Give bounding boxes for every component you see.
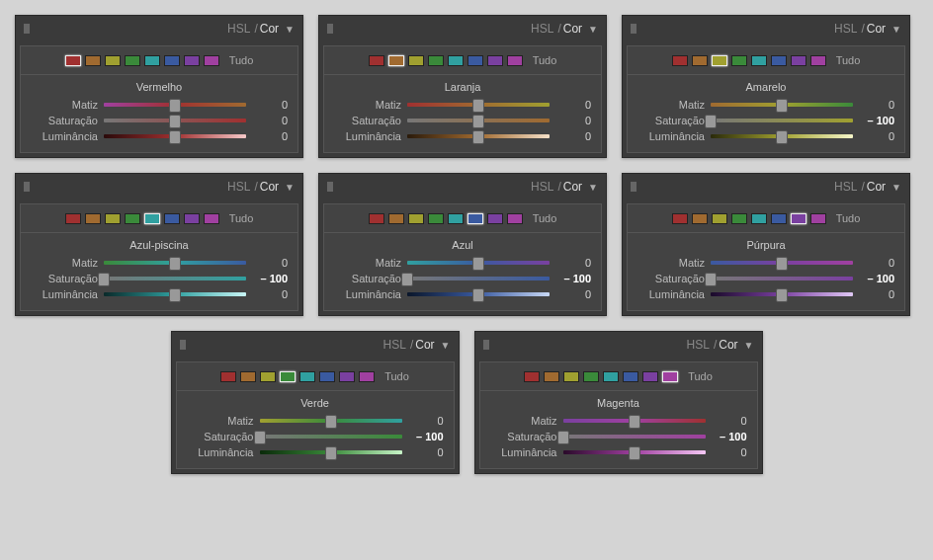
slider-value-luminancia[interactable]: 0 [408, 446, 444, 458]
color-swatch-5[interactable] [164, 213, 180, 224]
header-hsl[interactable]: HSL [383, 338, 406, 352]
slider-value-matiz[interactable]: 0 [252, 257, 288, 269]
slider-knob-saturacao[interactable] [705, 115, 717, 128]
color-swatch-1[interactable] [240, 371, 256, 382]
tudo-link[interactable]: Tudo [836, 54, 861, 66]
slider-knob-luminancia[interactable] [776, 288, 788, 302]
color-swatch-2[interactable] [712, 213, 727, 224]
tudo-link[interactable]: Tudo [533, 54, 557, 66]
color-swatch-2[interactable] [105, 55, 121, 66]
color-swatch-1[interactable] [544, 371, 559, 382]
chevron-down-icon[interactable]: ▼ [891, 182, 901, 193]
slider-value-luminancia[interactable]: 0 [555, 130, 591, 142]
panel-toggle-icon[interactable] [327, 182, 333, 192]
header-hsl[interactable]: HSL [227, 180, 250, 194]
color-swatch-0[interactable] [65, 213, 81, 224]
slider-track-luminancia[interactable] [407, 292, 550, 296]
panel-toggle-icon[interactable] [631, 24, 636, 34]
color-swatch-6[interactable] [642, 371, 658, 382]
chevron-down-icon[interactable]: ▼ [441, 340, 451, 351]
chevron-down-icon[interactable]: ▼ [285, 182, 295, 193]
slider-knob-matiz[interactable] [169, 257, 181, 271]
color-swatch-0[interactable] [369, 55, 384, 66]
color-swatch-3[interactable] [583, 371, 599, 382]
color-swatch-4[interactable] [448, 55, 464, 66]
slider-track-matiz[interactable] [104, 103, 246, 107]
panel-toggle-icon[interactable] [327, 24, 333, 34]
color-swatch-0[interactable] [672, 55, 688, 66]
slider-track-saturacao[interactable] [260, 435, 402, 439]
color-swatch-5[interactable] [623, 371, 638, 382]
header-cor[interactable]: Cor [719, 338, 737, 352]
color-swatch-0[interactable] [220, 371, 236, 382]
slider-track-saturacao[interactable] [407, 119, 550, 122]
color-swatch-3[interactable] [280, 371, 296, 382]
color-swatch-5[interactable] [319, 371, 335, 382]
color-swatch-0[interactable] [672, 213, 688, 224]
color-swatch-2[interactable] [105, 213, 121, 224]
slider-knob-saturacao[interactable] [401, 273, 413, 286]
color-swatch-2[interactable] [408, 213, 424, 224]
color-swatch-3[interactable] [731, 55, 747, 66]
color-swatch-3[interactable] [125, 55, 140, 66]
slider-value-saturacao[interactable]: 0 [252, 115, 288, 126]
header-cor[interactable]: Cor [867, 180, 886, 194]
color-swatch-7[interactable] [810, 55, 826, 66]
slider-knob-luminancia[interactable] [169, 130, 181, 144]
slider-value-luminancia[interactable]: 0 [252, 130, 288, 142]
tudo-link[interactable]: Tudo [533, 212, 557, 224]
color-swatch-7[interactable] [204, 213, 219, 224]
slider-knob-luminancia[interactable] [629, 446, 640, 460]
slider-track-saturacao[interactable] [711, 119, 853, 122]
color-swatch-2[interactable] [408, 55, 424, 66]
header-hsl[interactable]: HSL [687, 338, 710, 352]
slider-value-luminancia[interactable]: 0 [712, 446, 747, 458]
color-swatch-3[interactable] [125, 213, 140, 224]
slider-value-matiz[interactable]: 0 [859, 257, 894, 269]
slider-knob-saturacao[interactable] [169, 115, 181, 128]
slider-knob-matiz[interactable] [776, 99, 788, 113]
slider-knob-matiz[interactable] [776, 257, 788, 271]
color-swatch-5[interactable] [467, 55, 483, 66]
color-swatch-5[interactable] [164, 55, 180, 66]
slider-value-luminancia[interactable]: 0 [555, 288, 591, 300]
slider-value-matiz[interactable]: 0 [555, 257, 591, 269]
color-swatch-7[interactable] [204, 55, 219, 66]
color-swatch-2[interactable] [712, 55, 727, 66]
slider-knob-luminancia[interactable] [169, 288, 181, 302]
slider-knob-matiz[interactable] [472, 257, 484, 271]
slider-knob-matiz[interactable] [629, 415, 640, 429]
slider-value-luminancia[interactable]: 0 [252, 288, 288, 300]
header-hsl[interactable]: HSL [531, 180, 553, 194]
color-swatch-5[interactable] [467, 213, 483, 224]
color-swatch-4[interactable] [448, 213, 464, 224]
slider-value-saturacao[interactable]: – 100 [859, 273, 894, 284]
slider-value-saturacao[interactable]: – 100 [712, 431, 747, 442]
color-swatch-7[interactable] [810, 213, 826, 224]
slider-track-matiz[interactable] [260, 419, 402, 423]
chevron-down-icon[interactable]: ▼ [588, 182, 598, 193]
tudo-link[interactable]: Tudo [229, 54, 254, 66]
slider-knob-saturacao[interactable] [557, 431, 569, 444]
color-swatch-0[interactable] [65, 55, 81, 66]
color-swatch-4[interactable] [751, 55, 767, 66]
slider-track-luminancia[interactable] [563, 450, 706, 454]
slider-track-matiz[interactable] [407, 103, 550, 107]
color-swatch-6[interactable] [791, 55, 806, 66]
color-swatch-1[interactable] [85, 55, 101, 66]
slider-value-matiz[interactable]: 0 [712, 415, 747, 427]
slider-track-matiz[interactable] [711, 261, 853, 265]
color-swatch-7[interactable] [507, 55, 523, 66]
chevron-down-icon[interactable]: ▼ [588, 24, 598, 35]
slider-track-saturacao[interactable] [104, 277, 246, 280]
header-cor[interactable]: Cor [867, 22, 886, 36]
color-swatch-1[interactable] [388, 213, 404, 224]
tudo-link[interactable]: Tudo [384, 370, 409, 382]
chevron-down-icon[interactable]: ▼ [285, 24, 295, 35]
slider-track-luminancia[interactable] [260, 450, 402, 454]
slider-knob-saturacao[interactable] [705, 273, 717, 286]
slider-value-matiz[interactable]: 0 [555, 99, 591, 111]
slider-track-luminancia[interactable] [711, 292, 853, 296]
header-cor[interactable]: Cor [415, 338, 434, 352]
slider-value-saturacao[interactable]: – 100 [252, 273, 288, 284]
